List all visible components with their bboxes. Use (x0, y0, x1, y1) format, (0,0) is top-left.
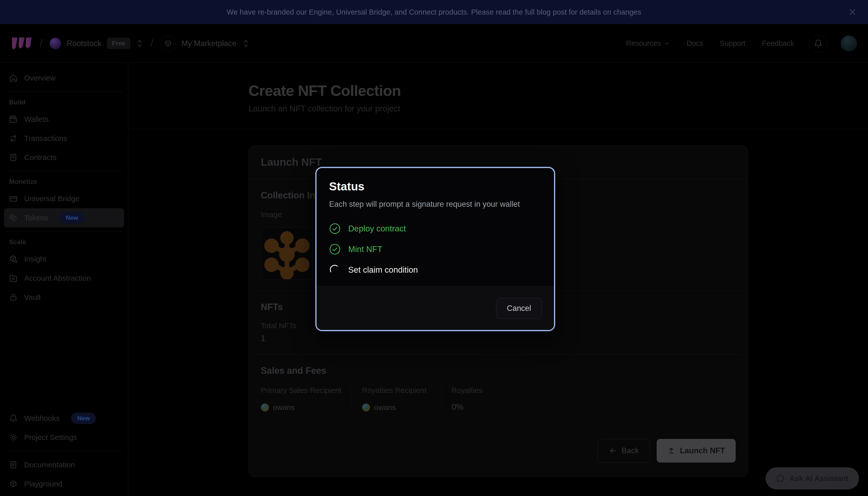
cancel-button[interactable]: Cancel (496, 298, 542, 319)
step-label: Deploy contract (348, 224, 406, 233)
step-label: Set claim condition (348, 265, 418, 275)
modal-footer: Cancel (316, 286, 554, 330)
status-modal: Status Each step will prompt a signature… (315, 167, 555, 331)
check-circle-icon (329, 223, 341, 234)
step-deploy-contract: Deploy contract (329, 223, 541, 234)
step-label: Mint NFT (348, 245, 383, 254)
step-mint-nft: Mint NFT (329, 244, 541, 255)
status-steps: Deploy contract Mint NFT Set claim condi… (329, 223, 541, 276)
check-circle-icon (329, 244, 341, 255)
modal-title: Status (329, 180, 541, 193)
step-set-claim-condition: Set claim condition (329, 264, 541, 276)
spinner-icon (329, 264, 341, 276)
modal-subtitle: Each step will prompt a signature reques… (329, 200, 541, 209)
